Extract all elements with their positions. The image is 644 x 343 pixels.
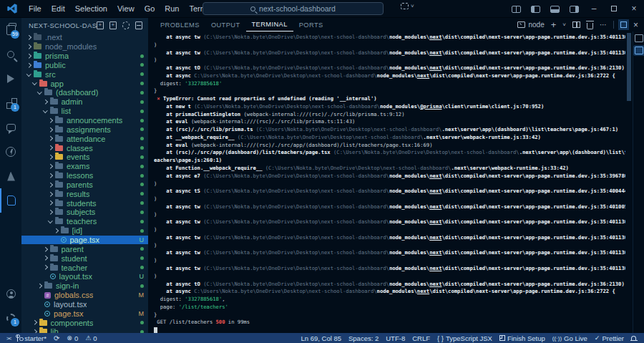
chevron-right-icon[interactable] xyxy=(42,248,49,251)
tree-item-classes[interactable]: classes xyxy=(21,143,148,153)
terminal-shell-label[interactable]: node xyxy=(528,21,544,29)
docs-button[interactable] xyxy=(0,188,21,213)
panel-tab-terminal[interactable]: TERMINAL xyxy=(246,18,293,32)
tree-item-assignments[interactable]: assignments xyxy=(21,125,148,134)
tree-item--dashboard-[interactable]: (dashboard) xyxy=(21,88,148,97)
indentation[interactable]: Spaces: 2 xyxy=(345,334,382,342)
git-branch[interactable]: starter* xyxy=(14,334,50,342)
chevron-right-icon[interactable] xyxy=(47,146,54,150)
tree-item--id-[interactable]: [id] xyxy=(21,226,148,236)
tree-item-list[interactable]: list xyxy=(21,107,148,116)
sync-changes[interactable]: ⟳ xyxy=(50,334,63,342)
tree-item-subjects[interactable]: subjects xyxy=(21,208,148,217)
tree-item-src[interactable]: src xyxy=(21,69,148,79)
tree-item-sign-in[interactable]: sign-in xyxy=(21,281,148,291)
new-folder-icon[interactable] xyxy=(109,21,117,29)
tree-item-exams[interactable]: exams xyxy=(21,162,148,171)
chevron-right-icon[interactable] xyxy=(47,137,54,140)
chevron-right-icon[interactable] xyxy=(26,36,32,39)
tree-item-lib[interactable]: lib xyxy=(21,327,148,333)
terminal-dropdown-icon[interactable]: ˅ xyxy=(562,21,566,28)
search-button[interactable] xyxy=(0,42,21,67)
extensions-button[interactable]: 1 xyxy=(0,91,21,115)
language-mode[interactable]: { }TypeScript JSX xyxy=(434,334,496,342)
chevron-right-icon[interactable] xyxy=(47,174,54,178)
new-file-icon[interactable] xyxy=(97,21,104,29)
tree-item-attendance[interactable]: attendance xyxy=(21,134,148,143)
close-panel-icon[interactable]: × xyxy=(633,20,638,30)
tree-item-app[interactable]: app xyxy=(21,79,148,88)
command-center-search[interactable]: next-school-dashboard xyxy=(203,2,384,15)
finish-setup[interactable]: Finish Setup xyxy=(496,334,549,342)
terminal-instance-active-icon[interactable] xyxy=(635,47,643,54)
chevron-right-icon[interactable] xyxy=(47,165,54,168)
split-terminal-icon[interactable] xyxy=(572,21,580,28)
terminal-instance-icon[interactable] xyxy=(635,34,643,42)
chevron-right-icon[interactable] xyxy=(47,183,54,187)
toggle-secondary-sidebar-icon[interactable] xyxy=(570,6,579,13)
go-live[interactable]: ((·))Go Live xyxy=(549,334,591,342)
prisma-button[interactable] xyxy=(0,164,21,188)
toggle-panel-icon[interactable] xyxy=(550,6,560,13)
tree-item-node-modules[interactable]: node_modules xyxy=(21,42,148,52)
chat-button[interactable] xyxy=(0,115,21,140)
tree-item-prisma[interactable]: prisma xyxy=(21,52,148,61)
tree-item-parent[interactable]: parent xyxy=(21,244,148,253)
tree-item-components[interactable]: components xyxy=(21,318,148,327)
toggle-primary-sidebar-icon[interactable] xyxy=(531,6,540,13)
tree-item-globals-css[interactable]: #globals.cssM xyxy=(21,291,148,300)
explorer-button[interactable]: 59 xyxy=(0,18,21,42)
tree-item-lessons[interactable]: lessons xyxy=(21,171,148,180)
chevron-right-icon[interactable] xyxy=(26,54,32,58)
eol[interactable]: CRLF xyxy=(409,334,434,342)
chevron-right-icon[interactable] xyxy=(47,193,54,196)
tree-item-students[interactable]: students xyxy=(21,198,148,208)
tree-item-student[interactable]: student xyxy=(21,253,148,263)
menu-file[interactable]: File xyxy=(24,0,47,18)
panel-tab-ports[interactable]: PORTS xyxy=(293,19,329,32)
chevron-right-icon[interactable] xyxy=(53,229,59,233)
chevron-down-icon[interactable] xyxy=(36,92,43,94)
sync-dropdown[interactable]: ˅ xyxy=(401,3,414,9)
tree-item-announcements[interactable]: announcements xyxy=(21,116,148,125)
errors-count[interactable]: ⊗0 xyxy=(63,334,82,342)
collapse-folders-icon[interactable] xyxy=(135,21,142,29)
chevron-right-icon[interactable] xyxy=(42,266,49,269)
tree-item-parents[interactable]: parents xyxy=(21,180,148,190)
tree-item-layout-tsx[interactable]: layout.tsx xyxy=(21,299,148,309)
chevron-down-icon[interactable] xyxy=(26,74,32,76)
window-minimize-button[interactable]: – xyxy=(584,0,604,18)
terminal-scrollbar[interactable] xyxy=(625,32,633,333)
menu-selection[interactable]: Selection xyxy=(70,0,112,18)
chevron-right-icon[interactable] xyxy=(47,155,54,159)
tree-item-teacher[interactable]: teacher xyxy=(21,263,148,272)
chevron-down-icon[interactable] xyxy=(42,110,49,112)
menu-go[interactable]: Go xyxy=(140,0,160,18)
chevron-right-icon[interactable] xyxy=(47,211,54,214)
tree-item-results[interactable]: results xyxy=(21,189,148,198)
encoding[interactable]: UTF-8 xyxy=(382,334,409,342)
chevron-right-icon[interactable] xyxy=(47,119,54,122)
window-maximize-button[interactable] xyxy=(604,0,624,18)
panel-tab-output[interactable]: OUTPUT xyxy=(205,19,246,32)
tree-item-page-tsx[interactable]: page.tsxM xyxy=(21,309,148,318)
tree-item-admin[interactable]: admin xyxy=(21,97,148,107)
chevron-down-icon[interactable] xyxy=(47,221,54,223)
tree-item-page-tsx[interactable]: page.tsxU xyxy=(21,236,148,245)
menu-edit[interactable]: Edit xyxy=(47,0,70,18)
chevron-right-icon[interactable] xyxy=(42,256,49,260)
more-actions-icon[interactable]: ⋯ xyxy=(600,21,607,29)
chevron-right-icon[interactable] xyxy=(31,321,38,324)
chevron-right-icon[interactable] xyxy=(31,330,38,333)
kill-terminal-icon[interactable] xyxy=(587,23,593,29)
remote-indicator[interactable]: >< xyxy=(3,335,14,342)
tree-item-events[interactable]: events xyxy=(21,153,148,162)
tree-item-teachers[interactable]: teachers xyxy=(21,217,148,226)
tree-item-public[interactable]: public xyxy=(21,61,148,70)
chevron-right-icon[interactable] xyxy=(36,284,43,288)
menu-run[interactable]: Run xyxy=(160,0,184,18)
panel-tab-problems[interactable]: PROBLEMS xyxy=(155,19,205,32)
cursor-position[interactable]: Ln 69, Col 85 xyxy=(297,334,345,342)
chevron-right-icon[interactable] xyxy=(47,128,54,132)
settings-gear-button[interactable]: 1 xyxy=(0,306,21,330)
